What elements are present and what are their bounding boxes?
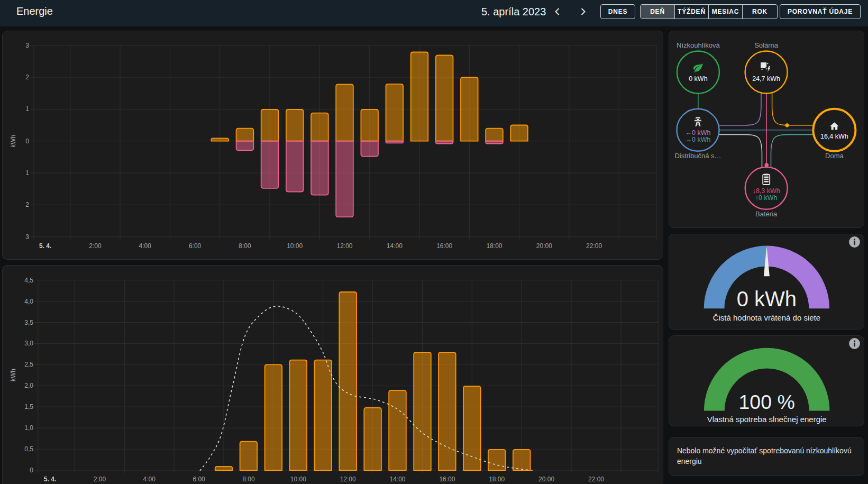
svg-text:6:00: 6:00 [193,476,205,483]
svg-text:22:00: 22:00 [586,242,602,250]
svg-text:4,0: 4,0 [24,298,33,305]
svg-text:0: 0 [25,138,29,145]
svg-text:3: 3 [25,42,29,49]
svg-text:2,5: 2,5 [24,361,33,368]
svg-text:2:00: 2:00 [89,242,102,250]
svg-text:1,5: 1,5 [24,403,33,410]
svg-text:4:00: 4:00 [139,242,152,250]
svg-text:3,0: 3,0 [24,340,33,347]
svg-text:22:00: 22:00 [588,476,604,483]
svg-text:16:00: 16:00 [439,476,455,483]
svg-text:5. 4.: 5. 4. [39,242,51,250]
svg-text:18:00: 18:00 [489,476,505,483]
svg-text:16:00: 16:00 [436,242,452,250]
svg-text:3: 3 [25,233,29,241]
svg-text:4:00: 4:00 [143,476,156,483]
svg-text:14:00: 14:00 [387,242,403,250]
svg-text:4,5: 4,5 [24,277,33,284]
svg-text:18:00: 18:00 [486,242,502,250]
svg-text:20:00: 20:00 [536,242,552,250]
svg-text:3,5: 3,5 [24,319,33,326]
svg-text:8:00: 8:00 [242,476,255,483]
svg-text:2,0: 2,0 [24,382,33,389]
svg-text:8:00: 8:00 [239,242,251,250]
svg-text:14:00: 14:00 [389,476,405,483]
svg-text:0: 0 [30,467,33,474]
svg-text:12:00: 12:00 [340,476,356,483]
svg-text:1,0: 1,0 [24,424,33,432]
svg-text:10:00: 10:00 [290,476,306,483]
svg-text:kWh: kWh [10,135,17,148]
svg-text:1: 1 [25,105,29,113]
svg-text:6:00: 6:00 [189,242,202,250]
svg-text:2: 2 [25,201,29,208]
svg-text:10:00: 10:00 [287,242,303,250]
svg-text:5. 4.: 5. 4. [44,476,56,483]
svg-text:kWh: kWh [10,369,17,381]
svg-text:2:00: 2:00 [94,476,106,483]
svg-text:12:00: 12:00 [336,242,352,250]
svg-text:0,5: 0,5 [24,445,33,453]
svg-text:2: 2 [25,74,29,81]
svg-text:1: 1 [25,169,29,177]
svg-text:20:00: 20:00 [538,476,554,483]
